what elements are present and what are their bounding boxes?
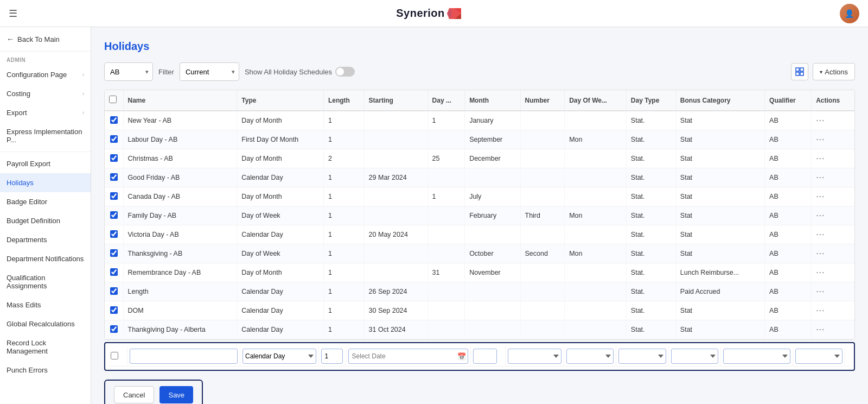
show-all-toggle[interactable] bbox=[335, 67, 355, 77]
row-qualifier: AB bbox=[765, 111, 812, 130]
row-more-actions-button[interactable]: ··· bbox=[816, 154, 825, 163]
sidebar-item-costing[interactable]: Costing › bbox=[0, 84, 91, 103]
new-entry-row: Calendar Day Day of Month Day of Week Fi… bbox=[108, 346, 851, 367]
row-more-actions-button[interactable]: ··· bbox=[816, 325, 825, 334]
row-starting bbox=[364, 149, 427, 168]
menu-hamburger-icon[interactable]: ☰ bbox=[9, 8, 17, 20]
select-all-checkbox[interactable] bbox=[109, 96, 117, 103]
holidays-table-container: Name Type Length Starting Day ... Month … bbox=[104, 90, 855, 340]
sidebar-item-label: Budget Definition bbox=[7, 217, 60, 225]
row-actions-cell: ··· bbox=[812, 130, 854, 149]
new-row-actions-cell bbox=[845, 346, 851, 367]
save-button[interactable]: Save bbox=[159, 386, 193, 403]
row-more-actions-button[interactable]: ··· bbox=[816, 211, 825, 220]
cancel-button[interactable]: Cancel bbox=[114, 386, 154, 403]
row-checkbox[interactable] bbox=[110, 249, 118, 257]
row-number bbox=[520, 130, 565, 149]
sidebar-item-punch-errors[interactable]: Punch Errors bbox=[0, 361, 91, 380]
row-month: October bbox=[465, 244, 520, 263]
new-row-checkbox[interactable] bbox=[111, 352, 118, 359]
back-to-main-button[interactable]: ← Back To Main bbox=[0, 27, 91, 52]
sidebar-item-badge-editor[interactable]: Badge Editor bbox=[0, 192, 91, 211]
new-row-day-of-week-select[interactable]: MonTueWedThuFri bbox=[618, 349, 666, 364]
new-row-day-type-select[interactable]: Stat. bbox=[671, 349, 718, 364]
sidebar-item-export[interactable]: Export › bbox=[0, 103, 91, 122]
sidebar-item-mass-edits[interactable]: Mass Edits bbox=[0, 295, 91, 314]
table-row: Thanksgiving - AB Day of Week 1 October … bbox=[105, 244, 854, 263]
back-arrow-icon: ← bbox=[7, 35, 14, 43]
row-starting bbox=[364, 111, 427, 130]
row-checkbox[interactable] bbox=[110, 173, 118, 181]
row-starting: 29 Mar 2024 bbox=[364, 168, 427, 187]
row-checkbox[interactable] bbox=[110, 135, 118, 143]
row-day-type: Stat. bbox=[626, 263, 675, 282]
new-row-number-select[interactable]: FirstSecondThirdFourth bbox=[566, 349, 614, 364]
row-checkbox-cell bbox=[105, 320, 123, 339]
row-day-of-week bbox=[565, 282, 627, 301]
user-avatar[interactable]: 👤 bbox=[840, 4, 859, 23]
row-type: Calendar Day bbox=[237, 168, 324, 187]
row-checkbox[interactable] bbox=[110, 116, 118, 124]
grid-view-icon-button[interactable] bbox=[791, 63, 808, 80]
row-checkbox[interactable] bbox=[110, 211, 118, 219]
row-checkbox[interactable] bbox=[110, 287, 118, 295]
row-more-actions-button[interactable]: ··· bbox=[816, 192, 825, 201]
row-checkbox[interactable] bbox=[110, 306, 118, 314]
new-row-day-input[interactable] bbox=[473, 349, 497, 364]
actions-btn-wrapper: ▾ Actions bbox=[791, 63, 855, 80]
row-more-actions-button[interactable]: ··· bbox=[816, 135, 825, 144]
sidebar-item-record-lock[interactable]: Record Lock Management bbox=[0, 333, 91, 361]
actions-dropdown-button[interactable]: ▾ Actions bbox=[813, 63, 855, 80]
row-qualifier: AB bbox=[765, 130, 812, 149]
new-row-bonus-category-select[interactable]: Stat bbox=[723, 349, 790, 364]
row-qualifier: AB bbox=[765, 206, 812, 225]
row-bonus-category: Stat bbox=[675, 301, 764, 320]
sidebar-item-budget-definition[interactable]: Budget Definition bbox=[0, 211, 91, 230]
new-row-table: Calendar Day Day of Month Day of Week Fi… bbox=[108, 346, 851, 367]
admin-section-label: ADMIN bbox=[0, 52, 91, 65]
row-checkbox[interactable] bbox=[110, 325, 118, 333]
new-row-date-input[interactable] bbox=[348, 349, 468, 364]
row-actions-cell: ··· bbox=[812, 282, 854, 301]
sidebar-item-label: Mass Edits bbox=[7, 301, 41, 309]
row-number: Third bbox=[520, 206, 565, 225]
row-type: Day of Month bbox=[237, 149, 324, 168]
row-more-actions-button[interactable]: ··· bbox=[816, 116, 825, 125]
row-more-actions-button[interactable]: ··· bbox=[816, 268, 825, 277]
new-row-length-input[interactable] bbox=[321, 349, 343, 364]
new-row-month-select[interactable]: JanuaryFebruaryMarch bbox=[508, 349, 561, 364]
row-starting: 26 Sep 2024 bbox=[364, 282, 427, 301]
row-checkbox[interactable] bbox=[110, 268, 118, 276]
row-checkbox[interactable] bbox=[110, 154, 118, 162]
row-more-actions-button[interactable]: ··· bbox=[816, 230, 825, 239]
sidebar-item-label: Payroll Export bbox=[7, 160, 50, 168]
new-row-type-select[interactable]: Calendar Day Day of Month Day of Week Fi… bbox=[242, 349, 316, 364]
row-more-actions-button[interactable]: ··· bbox=[816, 287, 825, 296]
region-select[interactable]: AB BC ON QC bbox=[104, 62, 153, 81]
sidebar-item-holidays[interactable]: Holidays bbox=[0, 173, 91, 192]
sidebar-item-dept-notifications[interactable]: Department Notifications bbox=[0, 249, 91, 268]
row-checkbox[interactable] bbox=[110, 230, 118, 238]
sidebar-item-departments[interactable]: Departments bbox=[0, 230, 91, 249]
filter-select[interactable]: Current All Past bbox=[180, 62, 239, 81]
sidebar-item-configuration[interactable]: Configuration Page › bbox=[0, 65, 91, 84]
row-day bbox=[427, 320, 465, 339]
row-checkbox-cell bbox=[105, 130, 123, 149]
row-day: 25 bbox=[427, 149, 465, 168]
sidebar-item-payroll-export[interactable]: Payroll Export bbox=[0, 154, 91, 173]
sidebar-item-label: Express Implementation P... bbox=[7, 128, 84, 144]
bottom-actions-bar: Cancel Save bbox=[104, 380, 203, 404]
row-more-actions-button[interactable]: ··· bbox=[816, 306, 825, 315]
row-checkbox[interactable] bbox=[110, 192, 118, 200]
sidebar-item-express[interactable]: Express Implementation P... bbox=[0, 122, 91, 149]
new-row-qualifier-select[interactable]: AB bbox=[795, 349, 843, 364]
sidebar-item-global-recalc[interactable]: Global Recalculations bbox=[0, 314, 91, 333]
new-row-name-input[interactable] bbox=[130, 349, 238, 364]
row-bonus-category: Stat bbox=[675, 225, 764, 244]
row-more-actions-button[interactable]: ··· bbox=[816, 173, 825, 182]
row-day bbox=[427, 301, 465, 320]
row-more-actions-button[interactable]: ··· bbox=[816, 249, 825, 258]
sidebar-item-qualification[interactable]: Qualification Assignments bbox=[0, 268, 91, 295]
row-actions-cell: ··· bbox=[812, 187, 854, 206]
table-row: Christmas - AB Day of Month 2 25 Decembe… bbox=[105, 149, 854, 168]
